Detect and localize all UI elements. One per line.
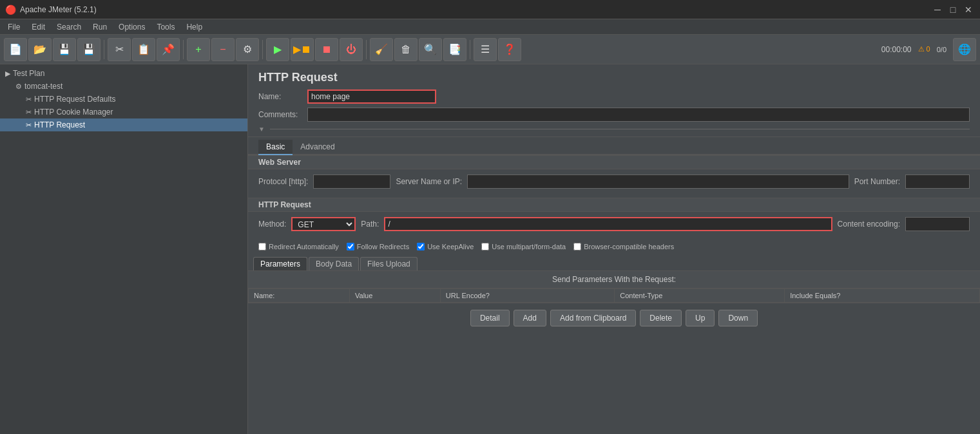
multipart-checkbox[interactable] xyxy=(481,243,489,250)
browser-headers-label: Browser-compatible headers xyxy=(584,243,674,250)
sub-tab-files-upload[interactable]: Files Upload xyxy=(360,257,418,270)
sidebar-item-cookie-manager[interactable]: ✂ HTTP Cookie Manager xyxy=(0,106,247,118)
clear-all-button[interactable]: 🗑 xyxy=(394,38,418,61)
redirect-auto-checkbox[interactable] xyxy=(258,243,266,250)
server-row: Protocol [http]: Server Name or IP: Port… xyxy=(258,175,970,189)
http-request-section: HTTP Request xyxy=(248,198,980,212)
keepalive-label: Use KeepAlive xyxy=(427,243,474,250)
toolbar-warning: ⚠ 0 xyxy=(918,45,930,53)
checkbox-redirect-auto: Redirect Automatically xyxy=(258,243,339,250)
close-button[interactable]: ✕ xyxy=(962,3,975,16)
request-icon: ✂ xyxy=(26,121,32,129)
tab-advanced[interactable]: Advanced xyxy=(293,140,342,155)
path-input[interactable] xyxy=(384,217,832,231)
tab-basic[interactable]: Basic xyxy=(258,140,293,155)
method-path-row: Method: GET POST PUT DELETE HEAD OPTIONS… xyxy=(258,217,970,231)
minimize-button[interactable]: ─ xyxy=(931,3,944,16)
defaults-icon: ✂ xyxy=(26,95,32,104)
sidebar-item-tomcat[interactable]: ⚙ tomcat-test xyxy=(0,80,247,93)
params-table-area: Send Parameters With the Request: Name: … xyxy=(248,271,980,303)
path-label: Path: xyxy=(361,220,379,229)
name-input[interactable] xyxy=(307,90,436,104)
menu-item-run[interactable]: Run xyxy=(88,21,112,33)
tabs-bar: Basic Advanced xyxy=(248,140,980,155)
col-name: Name: xyxy=(249,289,350,303)
remote-button[interactable]: 🌐 xyxy=(953,38,976,61)
comments-row: Comments: xyxy=(258,108,970,122)
sidebar-item-http-defaults-label: HTTP Request Defaults xyxy=(34,95,116,104)
params-table: Name: Value URL Encode? Content-Type Inc… xyxy=(248,288,980,303)
up-button[interactable]: Up xyxy=(686,310,715,326)
server-input[interactable] xyxy=(467,175,849,189)
run-button[interactable]: ▶ xyxy=(266,38,289,61)
menu-item-help[interactable]: Help xyxy=(181,21,207,33)
col-includeequals: Include Equals? xyxy=(785,289,980,303)
help-button[interactable]: ❓ xyxy=(498,38,521,61)
content-encoding-input[interactable] xyxy=(905,217,970,231)
open-button[interactable]: 📂 xyxy=(28,38,52,61)
sub-tab-body-data[interactable]: Body Data xyxy=(309,257,359,270)
save-all-button[interactable]: 💾 xyxy=(77,38,101,61)
col-contenttype: Content-Type xyxy=(615,289,785,303)
maximize-button[interactable]: □ xyxy=(946,3,959,16)
run-stop-button[interactable]: ▶⏹ xyxy=(291,38,314,61)
sidebar-item-http-request[interactable]: ✂ HTTP Request xyxy=(0,118,247,131)
cut-button[interactable]: ✂ xyxy=(108,38,131,61)
copy-button[interactable]: 📋 xyxy=(132,38,155,61)
checkbox-follow-redirects: Follow Redirects xyxy=(347,243,409,250)
add-button[interactable]: Add xyxy=(514,310,546,326)
delete-button[interactable]: Delete xyxy=(640,310,682,326)
protocol-label: Protocol [http]: xyxy=(258,177,308,186)
keepalive-checkbox[interactable] xyxy=(417,243,425,250)
divider xyxy=(270,129,970,129)
comments-input[interactable] xyxy=(307,108,970,122)
protocol-input[interactable] xyxy=(313,175,390,189)
toolbar-separator-4 xyxy=(366,40,367,59)
browse-button[interactable]: 🔍 xyxy=(419,38,442,61)
checkboxes-row: Redirect Automatically Follow Redirects … xyxy=(248,240,980,254)
add-button-tb[interactable]: + xyxy=(187,38,210,61)
follow-redirects-checkbox[interactable] xyxy=(347,243,354,250)
sidebar-item-http-request-label: HTTP Request xyxy=(34,120,85,129)
menu-item-edit[interactable]: Edit xyxy=(26,21,50,33)
title-bar-controls: ─ □ ✕ xyxy=(931,3,975,16)
col-value: Value xyxy=(350,289,441,303)
menu-item-file[interactable]: File xyxy=(3,21,25,33)
menu-item-options[interactable]: Options xyxy=(113,21,150,33)
down-button[interactable]: Down xyxy=(718,310,758,326)
title-bar: 🔴 Apache JMeter (5.2.1) ─ □ ✕ xyxy=(0,0,980,19)
detail-button[interactable]: Detail xyxy=(470,310,510,326)
settings-button[interactable]: ⚙ xyxy=(236,38,259,61)
method-label: Method: xyxy=(258,220,286,229)
sidebar-item-tomcat-label: tomcat-test xyxy=(24,82,62,91)
remove-button-tb[interactable]: − xyxy=(211,38,235,61)
menu-item-search[interactable]: Search xyxy=(52,21,86,33)
testplan-icon: ▶ xyxy=(5,70,10,78)
content-area: HTTP Request Name: Comments: ▼ Basic Adv… xyxy=(248,64,980,434)
save-button[interactable]: 💾 xyxy=(53,38,76,61)
method-select[interactable]: GET POST PUT DELETE HEAD OPTIONS PATCH T… xyxy=(291,217,356,231)
stop-button[interactable]: ⏹ xyxy=(315,38,338,61)
checkbox-keepalive: Use KeepAlive xyxy=(417,243,474,250)
browser-headers-checkbox[interactable] xyxy=(573,243,581,250)
sidebar-item-http-defaults[interactable]: ✂ HTTP Request Defaults xyxy=(0,93,247,106)
shutdown-button[interactable]: ⏻ xyxy=(340,38,363,61)
clear-button[interactable]: 🧹 xyxy=(370,38,393,61)
sidebar-item-testplan[interactable]: ▶ Test Plan xyxy=(0,67,247,80)
template-button[interactable]: 📑 xyxy=(443,38,466,61)
menu-item-tools[interactable]: Tools xyxy=(151,21,180,33)
paste-button[interactable]: 📌 xyxy=(157,38,180,61)
port-input[interactable] xyxy=(905,175,970,189)
new-button[interactable]: 📄 xyxy=(4,38,27,61)
main-layout: ▶ Test Plan ⚙ tomcat-test ✂ HTTP Request… xyxy=(0,64,980,434)
table-button[interactable]: ☰ xyxy=(474,38,497,61)
bottom-buttons: Detail Add Add from Clipboard Delete Up … xyxy=(248,303,980,333)
sidebar: ▶ Test Plan ⚙ tomcat-test ✂ HTTP Request… xyxy=(0,64,248,434)
sub-tab-parameters[interactable]: Parameters xyxy=(253,257,307,270)
sidebar-item-cookie-label: HTTP Cookie Manager xyxy=(34,108,113,117)
multipart-label: Use multipart/form-data xyxy=(492,243,566,250)
add-from-clipboard-button[interactable]: Add from Clipboard xyxy=(550,310,636,326)
sub-tabs-bar: Parameters Body Data Files Upload xyxy=(248,254,980,271)
collapse-arrow[interactable]: ▼ xyxy=(258,126,265,133)
name-row: Name: xyxy=(258,90,970,104)
